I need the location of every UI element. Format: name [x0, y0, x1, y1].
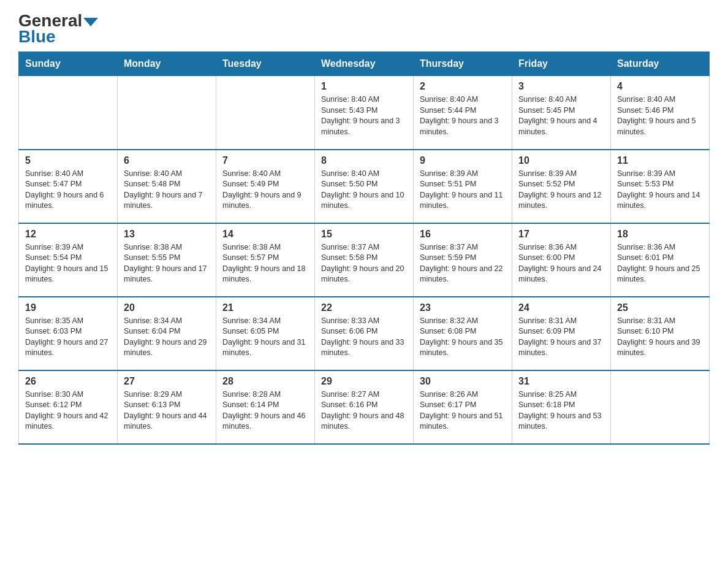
calendar-cell: 16Sunrise: 8:37 AM Sunset: 5:59 PM Dayli…: [414, 223, 512, 297]
day-number: 6: [124, 155, 210, 166]
calendar-cell: 7Sunrise: 8:40 AM Sunset: 5:49 PM Daylig…: [216, 150, 315, 223]
day-info: Sunrise: 8:37 AM Sunset: 5:58 PM Dayligh…: [321, 242, 407, 285]
calendar-cell: 21Sunrise: 8:34 AM Sunset: 6:05 PM Dayli…: [216, 297, 315, 370]
calendar-cell: 17Sunrise: 8:36 AM Sunset: 6:00 PM Dayli…: [512, 223, 611, 297]
day-number: 9: [420, 155, 506, 166]
weekday-header-row: SundayMondayTuesdayWednesdayThursdayFrid…: [19, 52, 710, 76]
calendar-week-row: 12Sunrise: 8:39 AM Sunset: 5:54 PM Dayli…: [19, 223, 710, 297]
day-info: Sunrise: 8:32 AM Sunset: 6:08 PM Dayligh…: [420, 316, 506, 359]
day-number: 5: [25, 155, 111, 166]
day-info: Sunrise: 8:39 AM Sunset: 5:53 PM Dayligh…: [617, 169, 703, 212]
logo: General Blue: [18, 12, 98, 45]
day-number: 26: [25, 376, 111, 387]
day-info: Sunrise: 8:35 AM Sunset: 6:03 PM Dayligh…: [25, 316, 111, 359]
page-header: General Blue: [18, 12, 710, 45]
day-number: 23: [420, 302, 506, 313]
day-number: 31: [518, 376, 604, 387]
calendar-cell: 9Sunrise: 8:39 AM Sunset: 5:51 PM Daylig…: [414, 150, 512, 223]
calendar-cell: 19Sunrise: 8:35 AM Sunset: 6:03 PM Dayli…: [19, 297, 118, 370]
day-info: Sunrise: 8:33 AM Sunset: 6:06 PM Dayligh…: [321, 316, 407, 359]
calendar-cell: 20Sunrise: 8:34 AM Sunset: 6:04 PM Dayli…: [118, 297, 216, 370]
calendar-body: 1Sunrise: 8:40 AM Sunset: 5:43 PM Daylig…: [19, 76, 710, 444]
day-number: 4: [617, 81, 703, 92]
day-number: 15: [321, 229, 407, 240]
day-number: 17: [518, 229, 604, 240]
day-number: 30: [420, 376, 506, 387]
calendar-week-row: 26Sunrise: 8:30 AM Sunset: 6:12 PM Dayli…: [19, 370, 710, 444]
day-info: Sunrise: 8:29 AM Sunset: 6:13 PM Dayligh…: [124, 389, 210, 432]
day-number: 16: [420, 229, 506, 240]
day-number: 10: [518, 155, 604, 166]
calendar-cell: 27Sunrise: 8:29 AM Sunset: 6:13 PM Dayli…: [118, 370, 216, 444]
day-number: 13: [124, 229, 210, 240]
calendar-cell: 12Sunrise: 8:39 AM Sunset: 5:54 PM Dayli…: [19, 223, 118, 297]
day-number: 7: [222, 155, 308, 166]
calendar-cell: 1Sunrise: 8:40 AM Sunset: 5:43 PM Daylig…: [315, 76, 414, 150]
day-info: Sunrise: 8:27 AM Sunset: 6:16 PM Dayligh…: [321, 389, 407, 432]
day-number: 27: [124, 376, 210, 387]
day-info: Sunrise: 8:40 AM Sunset: 5:50 PM Dayligh…: [321, 169, 407, 212]
weekday-header-tuesday: Tuesday: [216, 52, 315, 76]
calendar-cell: 31Sunrise: 8:25 AM Sunset: 6:18 PM Dayli…: [512, 370, 611, 444]
calendar-cell: [216, 76, 315, 150]
logo-blue: Blue: [18, 28, 56, 45]
weekday-header-sunday: Sunday: [19, 52, 118, 76]
calendar-cell: 26Sunrise: 8:30 AM Sunset: 6:12 PM Dayli…: [19, 370, 118, 444]
weekday-header-wednesday: Wednesday: [315, 52, 414, 76]
calendar-cell: 6Sunrise: 8:40 AM Sunset: 5:48 PM Daylig…: [118, 150, 216, 223]
day-info: Sunrise: 8:40 AM Sunset: 5:43 PM Dayligh…: [321, 94, 407, 137]
day-info: Sunrise: 8:30 AM Sunset: 6:12 PM Dayligh…: [25, 389, 111, 432]
day-info: Sunrise: 8:34 AM Sunset: 6:05 PM Dayligh…: [222, 316, 308, 359]
calendar-cell: [118, 76, 216, 150]
weekday-header-monday: Monday: [118, 52, 216, 76]
calendar-cell: 3Sunrise: 8:40 AM Sunset: 5:45 PM Daylig…: [512, 76, 611, 150]
day-info: Sunrise: 8:40 AM Sunset: 5:47 PM Dayligh…: [25, 169, 111, 212]
day-info: Sunrise: 8:26 AM Sunset: 6:17 PM Dayligh…: [420, 389, 506, 432]
day-info: Sunrise: 8:36 AM Sunset: 6:01 PM Dayligh…: [617, 242, 703, 285]
day-number: 25: [617, 302, 703, 313]
day-number: 3: [518, 81, 604, 92]
calendar-cell: 15Sunrise: 8:37 AM Sunset: 5:58 PM Dayli…: [315, 223, 414, 297]
calendar-week-row: 19Sunrise: 8:35 AM Sunset: 6:03 PM Dayli…: [19, 297, 710, 370]
day-info: Sunrise: 8:37 AM Sunset: 5:59 PM Dayligh…: [420, 242, 506, 285]
calendar-cell: 5Sunrise: 8:40 AM Sunset: 5:47 PM Daylig…: [19, 150, 118, 223]
calendar-cell: 25Sunrise: 8:31 AM Sunset: 6:10 PM Dayli…: [611, 297, 710, 370]
calendar-cell: 11Sunrise: 8:39 AM Sunset: 5:53 PM Dayli…: [611, 150, 710, 223]
day-number: 22: [321, 302, 407, 313]
calendar-cell: 22Sunrise: 8:33 AM Sunset: 6:06 PM Dayli…: [315, 297, 414, 370]
day-info: Sunrise: 8:40 AM Sunset: 5:44 PM Dayligh…: [420, 94, 506, 137]
day-info: Sunrise: 8:28 AM Sunset: 6:14 PM Dayligh…: [222, 389, 308, 432]
day-number: 21: [222, 302, 308, 313]
day-number: 1: [321, 81, 407, 92]
day-info: Sunrise: 8:31 AM Sunset: 6:09 PM Dayligh…: [518, 316, 604, 359]
calendar-week-row: 5Sunrise: 8:40 AM Sunset: 5:47 PM Daylig…: [19, 150, 710, 223]
day-number: 28: [222, 376, 308, 387]
day-info: Sunrise: 8:36 AM Sunset: 6:00 PM Dayligh…: [518, 242, 604, 285]
day-number: 12: [25, 229, 111, 240]
day-number: 19: [25, 302, 111, 313]
calendar-week-row: 1Sunrise: 8:40 AM Sunset: 5:43 PM Daylig…: [19, 76, 710, 150]
day-number: 20: [124, 302, 210, 313]
day-info: Sunrise: 8:25 AM Sunset: 6:18 PM Dayligh…: [518, 389, 604, 432]
calendar-header: SundayMondayTuesdayWednesdayThursdayFrid…: [19, 52, 710, 76]
weekday-header-thursday: Thursday: [414, 52, 512, 76]
day-info: Sunrise: 8:34 AM Sunset: 6:04 PM Dayligh…: [124, 316, 210, 359]
day-number: 11: [617, 155, 703, 166]
calendar-table: SundayMondayTuesdayWednesdayThursdayFrid…: [18, 52, 710, 445]
day-info: Sunrise: 8:40 AM Sunset: 5:48 PM Dayligh…: [124, 169, 210, 212]
calendar-cell: 13Sunrise: 8:38 AM Sunset: 5:55 PM Dayli…: [118, 223, 216, 297]
calendar-cell: 14Sunrise: 8:38 AM Sunset: 5:57 PM Dayli…: [216, 223, 315, 297]
day-number: 8: [321, 155, 407, 166]
day-number: 14: [222, 229, 308, 240]
logo-arrow-icon: [83, 18, 98, 26]
calendar-cell: 28Sunrise: 8:28 AM Sunset: 6:14 PM Dayli…: [216, 370, 315, 444]
calendar-cell: 30Sunrise: 8:26 AM Sunset: 6:17 PM Dayli…: [414, 370, 512, 444]
calendar-cell: 18Sunrise: 8:36 AM Sunset: 6:01 PM Dayli…: [611, 223, 710, 297]
calendar-cell: 4Sunrise: 8:40 AM Sunset: 5:46 PM Daylig…: [611, 76, 710, 150]
day-info: Sunrise: 8:40 AM Sunset: 5:45 PM Dayligh…: [518, 94, 604, 137]
calendar-cell: 10Sunrise: 8:39 AM Sunset: 5:52 PM Dayli…: [512, 150, 611, 223]
calendar-cell: 29Sunrise: 8:27 AM Sunset: 6:16 PM Dayli…: [315, 370, 414, 444]
weekday-header-saturday: Saturday: [611, 52, 710, 76]
day-info: Sunrise: 8:39 AM Sunset: 5:52 PM Dayligh…: [518, 169, 604, 212]
calendar-cell: 23Sunrise: 8:32 AM Sunset: 6:08 PM Dayli…: [414, 297, 512, 370]
